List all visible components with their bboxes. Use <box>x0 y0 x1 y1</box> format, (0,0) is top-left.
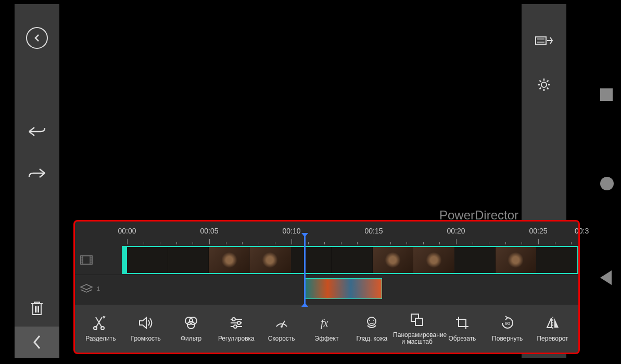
redo-icon <box>28 167 46 179</box>
svg-rect-0 <box>536 37 546 44</box>
delete-button[interactable] <box>24 295 50 321</box>
preview-area[interactable] <box>59 4 522 220</box>
annotation-highlight <box>73 220 580 354</box>
settings-button[interactable] <box>531 72 557 98</box>
chevron-left-icon <box>33 34 41 42</box>
undo-icon <box>28 126 46 137</box>
export-button[interactable] <box>531 28 557 54</box>
nav-back-button[interactable] <box>600 270 612 285</box>
collapse-button[interactable] <box>15 327 59 358</box>
nav-home-button[interactable] <box>600 177 614 190</box>
export-icon <box>535 35 553 46</box>
svg-point-1 <box>541 82 547 87</box>
back-button[interactable] <box>24 25 50 51</box>
playhead[interactable] <box>304 236 306 304</box>
nav-recent-button[interactable] <box>600 88 613 101</box>
chevron-left-icon <box>32 334 42 350</box>
undo-button[interactable] <box>24 119 50 145</box>
gear-icon <box>536 77 552 93</box>
android-nav <box>595 0 621 364</box>
left-sidebar <box>15 4 59 358</box>
trash-icon <box>30 301 44 316</box>
app-frame: PowerDirector 00:00 00:05 00:10 00:15 00… <box>15 4 566 358</box>
redo-button[interactable] <box>24 160 50 186</box>
